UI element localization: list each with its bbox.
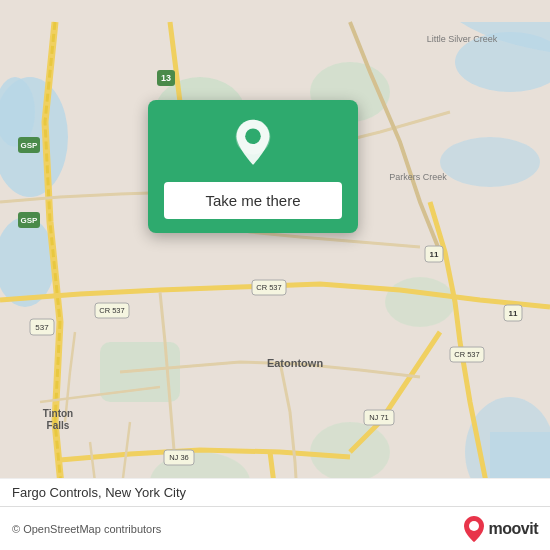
moovit-pin-icon bbox=[463, 515, 485, 543]
svg-text:GSP: GSP bbox=[21, 216, 39, 225]
map-container: GSP GSP 13 11 11 CR 537 CR 537 CR 537 NJ… bbox=[0, 0, 550, 550]
svg-text:13: 13 bbox=[161, 73, 171, 83]
svg-text:CR 537: CR 537 bbox=[99, 306, 124, 315]
moovit-logo: moovit bbox=[463, 515, 538, 543]
svg-text:11: 11 bbox=[430, 250, 439, 259]
svg-text:Parkers Creek: Parkers Creek bbox=[389, 172, 447, 182]
svg-point-45 bbox=[469, 521, 479, 531]
location-label-bar: Fargo Controls, New York City bbox=[0, 478, 550, 506]
svg-point-44 bbox=[245, 128, 261, 144]
openstreetmap-link[interactable]: OpenStreetMap contributors bbox=[23, 523, 161, 535]
take-me-there-button[interactable]: Take me there bbox=[164, 182, 342, 219]
svg-text:CR 537: CR 537 bbox=[256, 283, 281, 292]
svg-text:GSP: GSP bbox=[21, 141, 39, 150]
svg-text:Tinton: Tinton bbox=[43, 408, 73, 419]
svg-text:NJ 36: NJ 36 bbox=[169, 453, 189, 462]
svg-text:11: 11 bbox=[509, 309, 518, 318]
svg-point-11 bbox=[385, 277, 455, 327]
copyright-symbol: © bbox=[12, 523, 20, 535]
svg-text:Little Silver Creek: Little Silver Creek bbox=[427, 34, 498, 44]
location-card: Take me there bbox=[148, 100, 358, 233]
attribution-text: © OpenStreetMap contributors bbox=[12, 523, 161, 535]
svg-text:537: 537 bbox=[35, 323, 49, 332]
bottom-bar: © OpenStreetMap contributors moovit bbox=[0, 506, 550, 550]
svg-text:Falls: Falls bbox=[47, 420, 70, 431]
location-text: Fargo Controls, New York City bbox=[12, 485, 186, 500]
svg-text:CR 537: CR 537 bbox=[454, 350, 479, 359]
svg-text:Eatontown: Eatontown bbox=[267, 357, 323, 369]
svg-text:NJ 71: NJ 71 bbox=[369, 413, 389, 422]
map-background: GSP GSP 13 11 11 CR 537 CR 537 CR 537 NJ… bbox=[0, 0, 550, 550]
location-pin-icon bbox=[227, 118, 279, 170]
svg-point-5 bbox=[440, 137, 540, 187]
moovit-brand-text: moovit bbox=[489, 520, 538, 538]
